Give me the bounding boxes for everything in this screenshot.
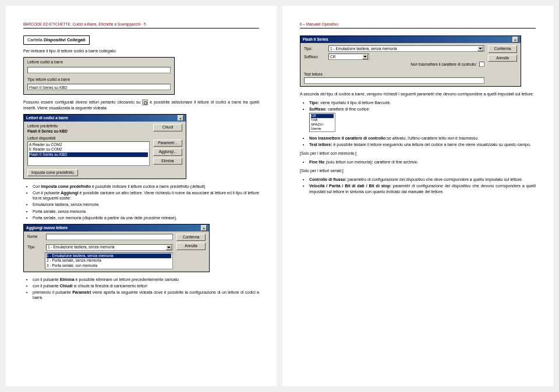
- btn-annulla[interactable]: Annulla: [176, 243, 206, 250]
- bullets-controllo-test: Non trasmettere il carattere di controll…: [300, 136, 536, 147]
- win2-title: Lettori di codici a barre: [26, 116, 68, 120]
- label-nome: Nome: [27, 234, 44, 239]
- label-tipo: Tipo:: [304, 47, 326, 51]
- btn-elimina[interactable]: Elimina: [153, 158, 182, 165]
- lookup-icon[interactable]: [142, 99, 148, 105]
- win3-title: Aggiungi nuovo lettore: [26, 226, 68, 230]
- win-flash-series: Flash II Series × Tipo: 1 - Emulazione t…: [300, 35, 521, 86]
- intro-text: Per indicare il tipo di lettore codici a…: [23, 48, 259, 54]
- btn-conferma[interactable]: Conferma: [488, 45, 517, 52]
- label-disponibili: Lettori disponibili: [27, 136, 150, 141]
- bullets-seriali: Controllo di flusso: parametro di config…: [300, 177, 536, 194]
- listbox-lettori[interactable]: A Reader su COM2 E Reader su COM2 Flash …: [27, 141, 150, 166]
- para-parametri: A seconda del tipo di codice a barre, ve…: [300, 91, 536, 97]
- bullets-memoria: Fine file (solo lettori con memoria): ca…: [300, 159, 536, 165]
- input-tipo-lettore[interactable]: Flash II Series su KBD: [27, 84, 171, 90]
- header-seriali: [Solo per i lettori seriali:]: [300, 168, 536, 173]
- label-non-trasmettere: Non trasmettere il carattere di controll…: [411, 62, 477, 67]
- value-predefinito: Flash II Series su KBD: [27, 129, 150, 134]
- label-test-lettore: Test lettore: [304, 72, 484, 77]
- win4-title: Flash II Series: [303, 37, 328, 42]
- label-predefinito: Lettore predefinito: [27, 124, 150, 129]
- win-lettori-lista: Lettori di codici a barre × Lettore pred…: [23, 114, 186, 179]
- page-left: BARCODE ED ETICHETTE: Codici a Barre, Et…: [6, 6, 277, 386]
- input-test-lettore[interactable]: [304, 77, 484, 84]
- bullets-tipo-suffisso: Tipo: viene riportato il tipo di lettore…: [300, 100, 536, 132]
- win-lettore-codici: Lettore codici a barre Tipo lettore codi…: [23, 57, 175, 95]
- combo-suffisso[interactable]: CR: [328, 54, 369, 60]
- win-aggiungi-lettore: Aggiungi nuovo lettore × Nome Tipo 1 - E…: [23, 224, 210, 272]
- chevron-down-icon[interactable]: [166, 245, 172, 250]
- close-icon[interactable]: ×: [512, 37, 518, 42]
- page-right: 6 – Manuale Operativo Flash II Series × …: [282, 6, 553, 386]
- label-tipo: Tipo: [27, 245, 44, 250]
- close-icon[interactable]: ×: [178, 115, 183, 121]
- header-memoria: [Solo per i lettori con memoria:]: [300, 151, 536, 156]
- checkbox-non-trasmettere[interactable]: [479, 62, 484, 67]
- input-lettore[interactable]: [27, 67, 171, 73]
- btn-parametri[interactable]: Parametri...: [153, 140, 182, 147]
- btn-annulla[interactable]: Annulla: [488, 55, 517, 62]
- combo-tipo-emulazione[interactable]: 1 - Emulazione tastiera, senza memoria: [328, 45, 484, 52]
- chevron-down-icon[interactable]: [477, 46, 483, 51]
- close-icon[interactable]: ×: [201, 225, 207, 231]
- mini-list-suffisso: CR TAB SPAZIO Utente: [309, 113, 335, 132]
- btn-aggiungi[interactable]: Aggiungi...: [153, 148, 182, 155]
- dropdown-tipo[interactable]: 1 - Emulazione tastiera, senza memoria 2…: [45, 252, 173, 269]
- input-nome[interactable]: [46, 234, 173, 240]
- page-header-left: BARCODE ED ETICHETTE: Codici a Barre, Et…: [23, 22, 259, 28]
- page-header-right: 6 – Manuale Operativo: [300, 22, 536, 28]
- btn-chiudi[interactable]: Chiudi: [153, 124, 182, 131]
- para-config: Possono essere configurati diversi letto…: [23, 99, 259, 111]
- label-lettore: Lettore codici a barre: [27, 60, 63, 65]
- chevron-down-icon[interactable]: [362, 54, 368, 59]
- combo-tipo[interactable]: 1 - Emulazione tastiera, senza memoria: [46, 244, 173, 251]
- section-title: Cartella Dispositivi Collegati: [23, 35, 90, 45]
- bullets-actions-2: con il pulsante Elimina è possibile elim…: [23, 277, 259, 300]
- btn-imposta-predefinito[interactable]: Imposta come predefinito: [27, 169, 78, 176]
- label-tipo-lettore: Tipo lettore codici a barre: [27, 77, 70, 82]
- label-suffisso: Suffisso:: [304, 55, 326, 59]
- btn-conferma[interactable]: Conferma: [176, 234, 206, 241]
- bullets-actions-1: Con Imposta come predefinito è possibile…: [23, 184, 259, 220]
